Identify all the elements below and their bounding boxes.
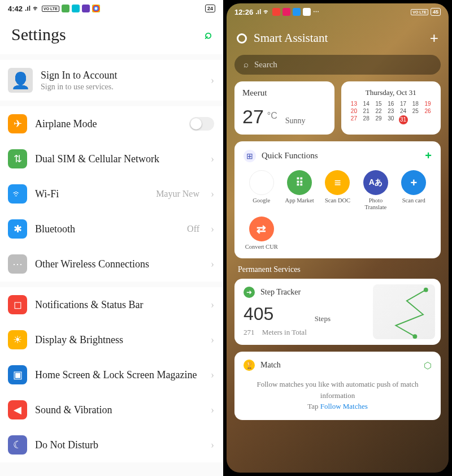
signin-sub: Sign in to use services. bbox=[41, 83, 203, 92]
search-input[interactable]: ⌕ Search bbox=[234, 55, 441, 75]
signal-icon: .ıl bbox=[255, 8, 261, 16]
status-bar-left: 4:42 .ıl ᯤ VO LTE 24 bbox=[0, 0, 223, 17]
settings-row-airplane-mode[interactable]: ✈Airplane Mode bbox=[0, 106, 223, 141]
settings-row-do-not-disturb[interactable]: ☾Do Not Disturb› bbox=[0, 427, 223, 462]
match-card[interactable]: 🏆 Match ⬡ Follow matches you like with a… bbox=[234, 352, 441, 420]
svg-point-1 bbox=[413, 334, 418, 339]
app-icon: ⠿ bbox=[287, 170, 312, 195]
match-title: Match bbox=[260, 361, 418, 370]
app-icon bbox=[282, 8, 290, 16]
function-label: Scan card bbox=[402, 197, 425, 204]
row-label: Other Wireless Connections bbox=[35, 258, 203, 271]
chevron-right-icon: › bbox=[211, 404, 214, 416]
google-icon: G bbox=[249, 170, 274, 195]
account-section: 👤 Sign In to Account Sign in to use serv… bbox=[0, 60, 223, 101]
photo-icon: Aあ bbox=[363, 170, 388, 195]
signin-row[interactable]: 👤 Sign In to Account Sign in to use serv… bbox=[0, 60, 223, 101]
step-tracker-card[interactable]: ➜ Step Tracker 405 271 Meters in Total S bbox=[234, 279, 441, 345]
function-label: Scan DOC bbox=[325, 197, 350, 204]
step-meters: 271 bbox=[244, 328, 255, 336]
step-title: Step Tracker bbox=[260, 288, 301, 297]
settings-row-display-brightness[interactable]: ☀Display & Brightness› bbox=[0, 322, 223, 357]
function-label: Google bbox=[253, 197, 270, 204]
toggle-switch[interactable] bbox=[189, 117, 214, 131]
search-placeholder: Search bbox=[254, 60, 277, 70]
weather-unit: °C bbox=[267, 111, 277, 121]
calendar-day: 16 bbox=[386, 101, 396, 107]
search-icon: ⌕ bbox=[244, 60, 249, 70]
app-icon bbox=[82, 5, 90, 12]
step-count-label: Steps bbox=[315, 314, 331, 323]
chevron-right-icon: › bbox=[211, 299, 214, 311]
settings-icon[interactable]: ⬡ bbox=[424, 360, 432, 371]
settings-header: Settings ⌕ bbox=[0, 17, 223, 54]
convert-icon: ⇄ bbox=[249, 217, 274, 241]
calendar-day: 24 bbox=[398, 108, 408, 114]
chevron-right-icon: › bbox=[211, 75, 214, 86]
calendar-day: 28 bbox=[361, 115, 371, 124]
row-label: Bluetooth bbox=[35, 223, 179, 236]
add-function-button[interactable]: + bbox=[425, 149, 432, 162]
page-title: Settings bbox=[11, 25, 66, 44]
chevron-right-icon: › bbox=[211, 258, 214, 270]
settings-screen: 4:42 .ıl ᯤ VO LTE 24 Settings ⌕ 👤 Sign I… bbox=[0, 0, 223, 476]
add-button[interactable]: + bbox=[430, 29, 438, 47]
row-label: Wi-Fi bbox=[35, 188, 148, 201]
row-label: Notifications & Status Bar bbox=[35, 298, 203, 311]
row-value: Mayur New bbox=[156, 189, 199, 199]
calendar-day: 18 bbox=[410, 101, 420, 107]
volte-icon: VO LTE bbox=[411, 9, 428, 15]
function-label: Convert CUR bbox=[245, 244, 278, 250]
chevron-right-icon: › bbox=[211, 439, 214, 451]
calendar-day: 20 bbox=[349, 108, 359, 114]
dual-icon: ⇅ bbox=[8, 149, 27, 168]
weather-card[interactable]: Meerut 27°C Sunny bbox=[234, 81, 334, 135]
settings-row-other-wireless-connections[interactable]: ⋯Other Wireless Connections› bbox=[0, 246, 223, 282]
follow-matches-link[interactable]: Follow Matches bbox=[320, 402, 368, 410]
function-label: App Market bbox=[285, 197, 314, 204]
calendar-day: 14 bbox=[361, 101, 371, 107]
quick-functions-icon: ⊞ bbox=[244, 150, 256, 162]
calendar-day: 29 bbox=[373, 115, 384, 124]
bluetooth-icon: ✱ bbox=[8, 219, 27, 239]
calendar-grid: 13141516171819202122232425262728293031 bbox=[349, 101, 433, 124]
quick-function-photo-translate[interactable]: AあPhoto Translate bbox=[358, 170, 393, 211]
settings-row-dual-sim-cellular-network[interactable]: ⇅Dual SIM & Cellular Network› bbox=[0, 141, 223, 176]
settings-row-bluetooth[interactable]: ✱BluetoothOff› bbox=[0, 211, 223, 246]
settings-row-home-screen-lock-screen-magazine[interactable]: ▣Home Screen & Lock Screen Magazine› bbox=[0, 357, 223, 392]
weather-city: Meerut bbox=[242, 88, 327, 98]
row-label: Airplane Mode bbox=[35, 118, 181, 131]
quick-function-convert-cur[interactable]: ⇄Convert CUR bbox=[244, 217, 279, 250]
route-map bbox=[373, 284, 435, 339]
calendar-day: 27 bbox=[349, 115, 359, 124]
quick-functions-title: Quick Functions bbox=[262, 151, 419, 161]
scan-icon: + bbox=[401, 170, 426, 195]
wifi-icon: ᯤ bbox=[33, 5, 40, 12]
step-icon: ➜ bbox=[244, 287, 255, 298]
match-tap-label: Tap bbox=[307, 402, 320, 410]
settings-row-wi-fi[interactable]: ᯤWi-FiMayur New› bbox=[0, 176, 223, 211]
step-count: 405 bbox=[244, 304, 307, 324]
row-label: Do Not Disturb bbox=[35, 439, 203, 452]
assistant-screen: 12:26 .ıl ᯤ ⋯ VO LTE 45 Smart Assistant … bbox=[223, 0, 452, 476]
row-value: Off bbox=[187, 224, 199, 234]
settings-row-sound-vibration[interactable]: ◀Sound & Vibration› bbox=[0, 392, 223, 427]
signal-icon: .ıl bbox=[25, 5, 31, 12]
settings-row-notifications-status-bar[interactable]: ◻Notifications & Status Bar› bbox=[0, 287, 223, 322]
quick-function-scan-card[interactable]: +Scan card bbox=[396, 170, 432, 211]
step-meters-label: Meters in Total bbox=[262, 328, 307, 336]
quick-function-google[interactable]: GGoogle bbox=[244, 170, 279, 211]
calendar-day: 21 bbox=[361, 108, 371, 114]
calendar-day: 31 bbox=[398, 115, 408, 124]
chevron-right-icon: › bbox=[211, 188, 214, 200]
search-icon[interactable]: ⌕ bbox=[205, 27, 212, 42]
quick-function-app-market[interactable]: ⠿App Market bbox=[281, 170, 317, 211]
app-icon bbox=[272, 8, 280, 16]
status-bar-right: 12:26 .ıl ᯤ ⋯ VO LTE 45 bbox=[227, 3, 449, 20]
connectivity-section: ✈Airplane Mode⇅Dual SIM & Cellular Netwo… bbox=[0, 106, 223, 282]
more-icon: ⋯ bbox=[313, 8, 319, 16]
calendar-card[interactable]: Thursday, Oct 31 13141516171819202122232… bbox=[341, 81, 441, 135]
quick-function-scan-doc[interactable]: ≡Scan DOC bbox=[320, 170, 355, 211]
sound-icon: ◀ bbox=[8, 400, 27, 419]
trophy-icon: 🏆 bbox=[244, 360, 255, 371]
